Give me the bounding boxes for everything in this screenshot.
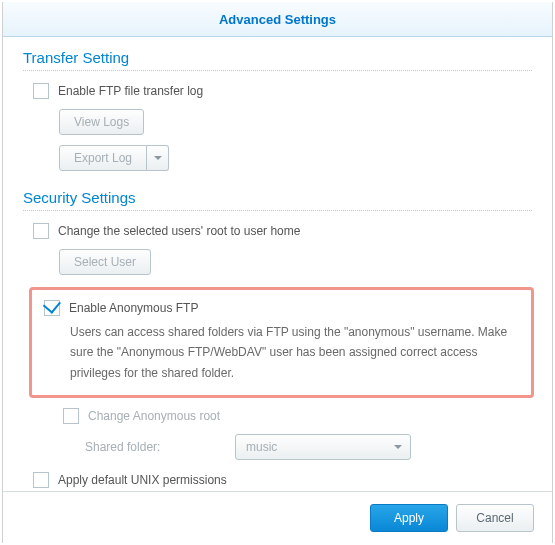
- row-change-root: Change the selected users' root to user …: [23, 223, 532, 239]
- row-apply-unix: Apply default UNIX permissions: [23, 472, 532, 488]
- cancel-label: Cancel: [476, 511, 513, 525]
- chevron-down-icon: [154, 156, 162, 160]
- dialog-title: Advanced Settings: [219, 12, 336, 27]
- titlebar: Advanced Settings: [3, 2, 552, 37]
- dialog-footer: Apply Cancel: [3, 491, 552, 543]
- export-log-label: Export Log: [74, 151, 132, 165]
- row-export-log: Export Log: [23, 145, 532, 171]
- highlight-enable-anonymous: Enable Anonymous FTP Users can access sh…: [29, 287, 534, 398]
- cancel-button[interactable]: Cancel: [456, 504, 534, 532]
- row-enable-anonymous: Enable Anonymous FTP: [42, 300, 521, 316]
- chevron-down-icon: [394, 445, 402, 449]
- checkbox-enable-anonymous[interactable]: [44, 300, 60, 316]
- row-shared-folder: Shared folder: music: [23, 434, 532, 460]
- label-change-root: Change the selected users' root to user …: [58, 224, 300, 238]
- label-change-anon-root: Change Anonymous root: [88, 409, 220, 423]
- label-apply-unix: Apply default UNIX permissions: [58, 473, 227, 487]
- view-logs-label: View Logs: [74, 115, 129, 129]
- apply-button[interactable]: Apply: [370, 504, 448, 532]
- section-security-header: Security Settings: [23, 189, 532, 211]
- checkbox-change-root[interactable]: [33, 223, 49, 239]
- label-enable-anonymous: Enable Anonymous FTP: [69, 301, 198, 315]
- checkbox-change-anon-root[interactable]: [63, 408, 79, 424]
- row-view-logs: View Logs: [23, 109, 532, 135]
- anonymous-description: Users can access shared folders via FTP …: [42, 322, 521, 383]
- row-enable-ftp-log: Enable FTP file transfer log: [23, 83, 532, 99]
- select-shared-folder-value: music: [246, 440, 277, 454]
- label-shared-folder: Shared folder:: [85, 440, 235, 454]
- checkbox-enable-ftp-log[interactable]: [33, 83, 49, 99]
- select-user-label: Select User: [74, 255, 136, 269]
- apply-label: Apply: [394, 511, 424, 525]
- advanced-settings-dialog: Advanced Settings Transfer Setting Enabl…: [2, 2, 553, 543]
- section-transfer-header: Transfer Setting: [23, 49, 532, 71]
- select-user-button[interactable]: Select User: [59, 249, 151, 275]
- dialog-content: Transfer Setting Enable FTP file transfe…: [3, 37, 552, 491]
- view-logs-button[interactable]: View Logs: [59, 109, 144, 135]
- checkbox-apply-unix[interactable]: [33, 472, 49, 488]
- export-log-button[interactable]: Export Log: [59, 145, 147, 171]
- row-select-user: Select User: [23, 249, 532, 275]
- select-shared-folder[interactable]: music: [235, 434, 411, 460]
- label-enable-ftp-log: Enable FTP file transfer log: [58, 84, 203, 98]
- export-log-split-button: Export Log: [59, 145, 169, 171]
- row-change-anon-root: Change Anonymous root: [23, 408, 532, 424]
- export-log-dropdown[interactable]: [147, 145, 169, 171]
